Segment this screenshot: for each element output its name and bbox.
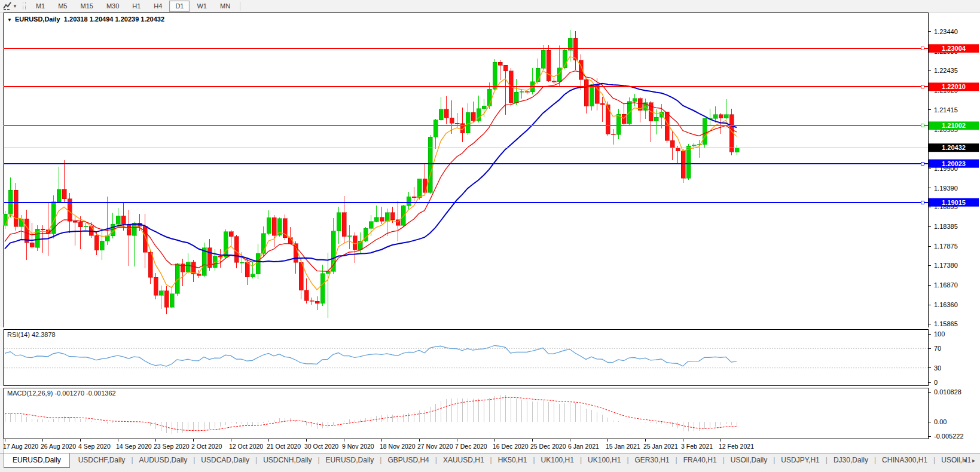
date-axis-label: 15 Jan 2021 bbox=[606, 443, 640, 450]
date-axis-label: 4 Sep 2020 bbox=[78, 443, 111, 450]
svg-text:1.20023: 1.20023 bbox=[942, 160, 966, 167]
price-chart-panel[interactable]: 1.234401.229301.224351.219251.214151.209… bbox=[4, 13, 980, 329]
macd-axis-tick: 0.010828 bbox=[934, 388, 961, 396]
timeframe-button-m1[interactable]: M1 bbox=[30, 1, 51, 12]
chart-plot-border bbox=[4, 13, 929, 328]
timeframe-button-m5[interactable]: M5 bbox=[52, 1, 73, 12]
svg-text:1.20432: 1.20432 bbox=[942, 144, 966, 151]
date-axis-label: 26 Aug 2020 bbox=[41, 443, 76, 450]
rsi-axis-tick: 0 bbox=[934, 379, 938, 386]
chart-window[interactable]: 1.234401.229301.224351.219251.214151.209… bbox=[0, 13, 980, 453]
date-axis-label: 12 Feb 2021 bbox=[719, 443, 754, 450]
hline-handle[interactable] bbox=[921, 124, 924, 127]
rsi-panel[interactable]: 10070300 bbox=[4, 329, 980, 386]
date-axis-label: 3 Feb 2021 bbox=[681, 443, 713, 450]
date-axis-label: 27 Nov 2020 bbox=[417, 443, 453, 450]
macd-label: MACD(12,26,9) -0.001270 -0.001362 bbox=[7, 390, 116, 397]
price-axis-tick: 1.21415 bbox=[934, 106, 958, 114]
price-axis-tick: 1.16360 bbox=[934, 301, 958, 308]
svg-text:1.23004: 1.23004 bbox=[942, 45, 966, 52]
timeframe-toolbar: ▼ M1M5M15M30H1H4D1W1MN bbox=[0, 0, 980, 13]
timeframe-button-d1[interactable]: D1 bbox=[169, 1, 190, 12]
chart-tab-hk50-h1-8[interactable]: HK50,H1 bbox=[492, 454, 533, 466]
mt4-terminal: ▼ M1M5M15M30H1H4D1W1MN 1.234401.229301.2… bbox=[0, 0, 980, 472]
date-axis-label: 2 Oct 2020 bbox=[191, 443, 222, 450]
chart-tab-dj30-daily-15[interactable]: DJ30,Daily bbox=[828, 454, 874, 466]
timeframe-button-m30[interactable]: M30 bbox=[100, 1, 125, 12]
price-axis-tick: 1.17380 bbox=[934, 262, 958, 269]
tab-scroll-controls: ◂ ▸ bbox=[963, 457, 975, 464]
date-axis-label: 16 Dec 2020 bbox=[493, 443, 529, 450]
chart-tools-button[interactable]: ▼ bbox=[0, 1, 20, 12]
chart-tab-usdcad-daily-3[interactable]: USDCAD,Daily bbox=[195, 454, 255, 466]
date-axis-label: 21 Oct 2020 bbox=[267, 443, 301, 450]
date-axis-label: 9 Nov 2020 bbox=[342, 443, 374, 450]
tab-scroll-left-icon[interactable]: ◂ bbox=[963, 457, 966, 464]
chart-tab-audusd-daily-2[interactable]: AUDUSD,Daily bbox=[133, 454, 194, 466]
date-axis-label: 7 Dec 2020 bbox=[455, 443, 487, 450]
chart-tabs: EURUSD,DailyUSDCHF,Daily|AUDUSD,Daily|US… bbox=[0, 453, 977, 468]
chart-tools-caret-icon[interactable]: ▼ bbox=[13, 4, 17, 9]
chart-tab-usdchf-daily-1[interactable]: USDCHF,Daily bbox=[72, 454, 132, 466]
price-axis-tick: 1.23440 bbox=[934, 28, 958, 35]
chart-symbol-label: EURUSD,Daily bbox=[15, 16, 60, 23]
date-axis-label: 25 Dec 2020 bbox=[530, 443, 566, 450]
price-axis-tick: 1.16870 bbox=[934, 281, 958, 289]
timeframe-button-w1[interactable]: W1 bbox=[191, 1, 213, 12]
toolbar-grip[interactable] bbox=[23, 2, 26, 10]
price-axis-tick: 1.17875 bbox=[934, 243, 958, 250]
svg-text:1.22010: 1.22010 bbox=[942, 83, 966, 90]
chart-tab-usdjpy-h1-14[interactable]: USDJPY,H1 bbox=[775, 454, 825, 466]
hline-handle[interactable] bbox=[921, 162, 924, 165]
date-axis-label: 14 Sep 2020 bbox=[116, 443, 152, 450]
chart-tab-usoil-daily-13[interactable]: USOil,Daily bbox=[725, 454, 773, 466]
chart-tab-xauusd-h1-7[interactable]: XAUUSD,H1 bbox=[437, 454, 490, 466]
timeframe-buttons: M1M5M15M30H1H4D1W1MN bbox=[29, 1, 237, 12]
chart-tabbar: EURUSD,DailyUSDCHF,Daily|AUDUSD,Daily|US… bbox=[0, 453, 980, 472]
hline-handle[interactable] bbox=[921, 201, 924, 204]
price-axis-tick: 1.15865 bbox=[934, 320, 958, 327]
chart-tab-uk100-h1-10[interactable]: UK100,H1 bbox=[582, 454, 627, 466]
rsi-axis-tick: 30 bbox=[934, 364, 941, 372]
chart-ohlc-values: 1.20318 1.20494 1.20239 1.20432 bbox=[64, 16, 164, 23]
chart-tab-eurusd-daily-5[interactable]: EURUSD,Daily bbox=[320, 454, 380, 466]
hline-handle[interactable] bbox=[921, 47, 924, 50]
date-axis-label: 17 Aug 2020 bbox=[4, 443, 38, 450]
timeframe-button-mn[interactable]: MN bbox=[214, 1, 236, 12]
date-axis-label: 30 Oct 2020 bbox=[304, 443, 338, 450]
hline-handle[interactable] bbox=[921, 85, 924, 88]
symbol-caret-icon[interactable]: ▼ bbox=[7, 17, 12, 23]
timeframe-button-h1[interactable]: H1 bbox=[126, 1, 146, 12]
date-axis-label: 18 Nov 2020 bbox=[380, 443, 416, 450]
chart-tab-gbpusd-h4-6[interactable]: GBPUSD,H4 bbox=[381, 454, 435, 466]
chart-title: ▼EURUSD,Daily 1.20318 1.20494 1.20239 1.… bbox=[7, 16, 164, 23]
rsi-label: RSI(14) 42.3878 bbox=[7, 331, 56, 338]
price-axis-tick: 1.19390 bbox=[934, 185, 958, 192]
timeframe-button-m15[interactable]: M15 bbox=[74, 1, 99, 12]
svg-text:1.19015: 1.19015 bbox=[942, 199, 966, 206]
svg-text:1.21002: 1.21002 bbox=[942, 122, 966, 129]
macd-axis-tick: 0.00 bbox=[934, 418, 947, 425]
chart-tab-uk100-h1-9[interactable]: UK100,H1 bbox=[535, 454, 580, 466]
chart-tab-eurusd-daily-0[interactable]: EURUSD,Daily bbox=[4, 453, 70, 468]
date-axis-label: 23 Sep 2020 bbox=[154, 443, 190, 450]
tab-scroll-right-icon[interactable]: ▸ bbox=[972, 457, 975, 464]
date-axis-label: 12 Oct 2020 bbox=[229, 443, 263, 450]
macd-axis-tick: -0.005222 bbox=[934, 433, 964, 439]
toolbar-separator bbox=[240, 2, 240, 11]
date-axis-label: 25 Jan 2021 bbox=[643, 443, 678, 450]
chart-tab-china300-h1-16[interactable]: CHINA300,H1 bbox=[876, 454, 933, 466]
price-axis-tick: 1.22435 bbox=[934, 67, 958, 74]
date-axis-label: 6 Jan 2021 bbox=[568, 443, 599, 450]
rsi-axis-tick: 70 bbox=[934, 345, 941, 352]
timeframe-button-h4[interactable]: H4 bbox=[148, 1, 168, 12]
chart-tab-usdcnh-daily-4[interactable]: USDCNH,Daily bbox=[257, 454, 317, 466]
macd-panel[interactable]: 0.0108280.00-0.005222 bbox=[4, 388, 980, 439]
chart-tab-ger30-h1-11[interactable]: GER30,H1 bbox=[629, 454, 676, 466]
price-axis-tick: 1.18385 bbox=[934, 223, 958, 230]
date-axis[interactable]: 17 Aug 202026 Aug 20204 Sep 202014 Sep 2… bbox=[4, 439, 980, 453]
chart-tools-icon bbox=[3, 2, 11, 10]
rsi-axis-tick: 100 bbox=[934, 330, 945, 338]
chart-tab-fra40-h1-12[interactable]: FRA40,H1 bbox=[677, 454, 723, 466]
